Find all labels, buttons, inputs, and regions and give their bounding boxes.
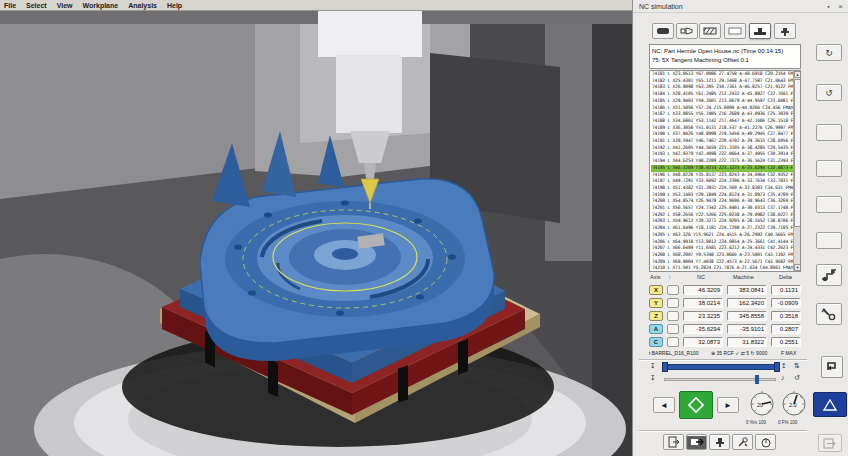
nc-line[interactable]: 74190 L X37.9426 Y48.8999 Z19.5456 A-40.… xyxy=(651,131,794,138)
menu-select[interactable]: Select xyxy=(26,2,47,9)
3d-viewport[interactable] xyxy=(0,11,632,456)
nc-line[interactable]: 74207 L X66.6409 Y11.6581 Z23.6212 A-24.… xyxy=(651,245,794,252)
close-icon[interactable]: × xyxy=(836,2,845,11)
speed-knob-scale: 0 %/s 100 xyxy=(746,420,767,425)
axis-lock-box[interactable] xyxy=(667,324,679,334)
menu-view[interactable]: View xyxy=(57,2,73,9)
nc-line[interactable]: 74201 L X56.5657 Y24.7342 Z25.0401 A-30.… xyxy=(651,205,794,212)
nc-line[interactable]: 74185 L X29.9403 Y59.2601 Z13.6679 A-44.… xyxy=(651,98,794,105)
scroll-up-icon[interactable]: ▲ xyxy=(794,71,801,78)
progress-handle[interactable] xyxy=(755,375,759,384)
range-start-handle[interactable] xyxy=(662,362,668,372)
menu-analysis[interactable]: Analysis xyxy=(128,2,157,9)
progress-slider[interactable] xyxy=(664,378,776,381)
machine-head-button[interactable] xyxy=(816,264,842,286)
tab-stock[interactable] xyxy=(652,23,674,39)
tab-machine[interactable] xyxy=(749,23,771,39)
tab-tool[interactable] xyxy=(774,23,796,39)
step-forward-button[interactable]: ► xyxy=(717,397,739,413)
nc-value: 38.0214 xyxy=(683,298,723,308)
nc-line[interactable]: 74184 L X28.4105 Y61.2485 Z12.2432 A-45.… xyxy=(651,91,794,98)
delta-value: -0.0909 xyxy=(771,298,801,308)
settings-button[interactable] xyxy=(732,434,753,450)
tab-blank[interactable] xyxy=(724,23,746,39)
nc-line[interactable]: 74209 L X69.9004 Y7.4038 Z22.4573 A-22.5… xyxy=(651,259,794,266)
axis-lock-box[interactable] xyxy=(667,298,679,308)
range-start-icon[interactable]: ↧ xyxy=(650,362,656,370)
loop-mode-button[interactable] xyxy=(821,356,843,378)
sound-icon[interactable]: ♪ xyxy=(781,374,785,381)
nc-line[interactable]: 74198 L X51.4382 Y31.3931 Z24.569 A-32.8… xyxy=(651,185,794,192)
nc-value: -35.6294 xyxy=(683,324,723,334)
scroll-thumb[interactable] xyxy=(794,79,801,227)
tab-toolholder[interactable] xyxy=(676,23,698,39)
scrollbar[interactable]: ▲ ▼ xyxy=(793,71,800,271)
axis-lock-box[interactable] xyxy=(667,337,679,347)
nc-line[interactable]: 74188 L X34.6861 Y53.1142 Z17.4647 A-42.… xyxy=(651,118,794,125)
time-analysis-button[interactable] xyxy=(755,434,776,450)
scroll-down-icon[interactable]: ▼ xyxy=(794,264,801,271)
nc-line[interactable]: 74204 L X61.6496 Y18.1181 Z24.7298 A-27.… xyxy=(651,225,794,232)
axis-lock-box[interactable] xyxy=(667,285,679,295)
nc-line[interactable]: 74181 L X23.0613 Y67.0006 Z7.4750 A-48.6… xyxy=(651,71,794,78)
axis-chip[interactable]: C xyxy=(649,337,663,347)
nc-line[interactable]: 74210 L X71.501 Y5.2824 Z21.7876 A-21.63… xyxy=(651,265,794,271)
repeat-icon[interactable]: ↺ xyxy=(794,374,800,382)
nc-line[interactable]: 74187 L X33.0855 Y55.1905 Z16.2689 A-43.… xyxy=(651,111,794,118)
nc-line[interactable]: 74203 L X59.9612 Y20.3271 Z24.9205 A-28.… xyxy=(651,218,794,225)
rotate-view-cw-button[interactable]: ↻ xyxy=(816,44,842,61)
range-swap-icon[interactable]: ⇅ xyxy=(794,362,800,370)
simulation-range-slider[interactable] xyxy=(664,364,776,370)
range-end-icon[interactable]: ↥ xyxy=(781,362,787,370)
view-option-button-2[interactable] xyxy=(816,160,842,177)
nc-line[interactable]: 74196 L X48.0228 Y35.8137 Z23.8243 A-34.… xyxy=(651,172,794,179)
axis-lock-box[interactable] xyxy=(667,311,679,321)
export-button[interactable] xyxy=(818,434,842,452)
view-option-button-4[interactable] xyxy=(816,232,842,249)
nc-line[interactable]: 74197 L X49.7291 Y33.6092 Z24.2396 A-33.… xyxy=(651,178,794,185)
progress-marker-icon[interactable]: ↧ xyxy=(650,374,656,382)
nc-line[interactable]: 74183 L X26.9098 Y63.205 Z10.7361 A-46.8… xyxy=(651,84,794,91)
axis-chip[interactable]: Z xyxy=(649,311,663,321)
axis-chip[interactable]: X xyxy=(649,285,663,295)
menu-workplane[interactable]: Workplane xyxy=(83,2,119,9)
tab-fixture[interactable] xyxy=(699,23,721,39)
nc-line[interactable]: 74191 L X39.5947 Y46.7467 Z20.4702 A-39.… xyxy=(651,138,794,145)
menu-file[interactable]: File xyxy=(4,2,16,9)
rotate-view-ccw-button[interactable]: ↺ xyxy=(816,84,842,101)
play-button[interactable] xyxy=(679,391,713,419)
nc-line[interactable]: 74206 L X64.9918 Y13.8012 Z24.0854 A-25.… xyxy=(651,239,794,246)
nc-line[interactable]: 74194 L X44.6253 Y40.2209 Z22.7375 A-36.… xyxy=(651,158,794,165)
probe-button[interactable] xyxy=(813,392,847,417)
nc-line[interactable]: 74208 L X68.2807 Y9.5348 Z23.0666 A-23.5… xyxy=(651,252,794,259)
exit-simulation-button[interactable] xyxy=(663,434,684,450)
range-end-handle[interactable] xyxy=(774,362,780,372)
speed-knob[interactable]: 20 0 %/s 100 xyxy=(744,389,780,427)
nc-code-list[interactable]: 74181 L X23.0613 Y67.0006 Z7.4750 A-48.6… xyxy=(649,70,801,272)
nc-line[interactable]: 74205 L X63.326 Y15.9621 Z24.4515 A-26.2… xyxy=(651,232,794,239)
tool-settings-button[interactable] xyxy=(816,303,842,325)
feed-override-knob[interactable]: 2.0 0 F% 100 xyxy=(776,389,812,427)
axis-row-y: Y38.0214162.3420-0.0909 xyxy=(649,298,801,309)
machine-value: 345.8558 xyxy=(727,311,767,321)
nc-line[interactable]: 74192 L X41.2605 Y44.5659 Z21.3105 A-38.… xyxy=(651,145,794,152)
nc-program-header[interactable]: NC: Part Hermle Open House.nc (Time 00:1… xyxy=(649,44,801,69)
menu-help[interactable]: Help xyxy=(167,2,182,9)
nc-line[interactable]: 74182 L X25.4301 Y65.1211 Z9.1468 A-47.7… xyxy=(651,78,794,85)
axis-chip[interactable]: A xyxy=(649,324,663,334)
view-option-button-3[interactable] xyxy=(816,196,842,213)
axis-row-x: X46.3209383.08410.1131 xyxy=(649,285,801,296)
axis-chip[interactable]: Y xyxy=(649,298,663,308)
run-to-position-button[interactable] xyxy=(686,434,707,450)
nc-line[interactable]: 74200 L X54.8574 Y26.9479 Z24.9696 A-30.… xyxy=(651,198,794,205)
nc-line[interactable]: 74199 L X53.1483 Y29.1849 Z24.8124 A-31.… xyxy=(651,192,794,199)
view-option-button-1[interactable] xyxy=(816,124,842,141)
nc-line[interactable]: 74186 L X31.5056 Y57.24 Z15.0099 A-44.02… xyxy=(651,105,794,112)
nc-line[interactable]: 74202 L X58.2656 Y22.5266 Z25.0238 A-29.… xyxy=(651,212,794,219)
step-back-button[interactable]: ◄ xyxy=(653,397,675,413)
nc-line[interactable]: 74195 L X46.3209 Y38.0214 Z23.3235 A-35.… xyxy=(651,165,794,172)
collision-check-button[interactable] xyxy=(709,434,730,450)
nc-line[interactable]: 74189 L X36.3058 Y51.0131 Z18.537 A-41.2… xyxy=(651,125,794,132)
pin-icon[interactable]: ▪ xyxy=(824,2,833,11)
nc-line[interactable]: 74193 L X42.9379 Y42.4098 Z22.0664 A-37.… xyxy=(651,151,794,158)
